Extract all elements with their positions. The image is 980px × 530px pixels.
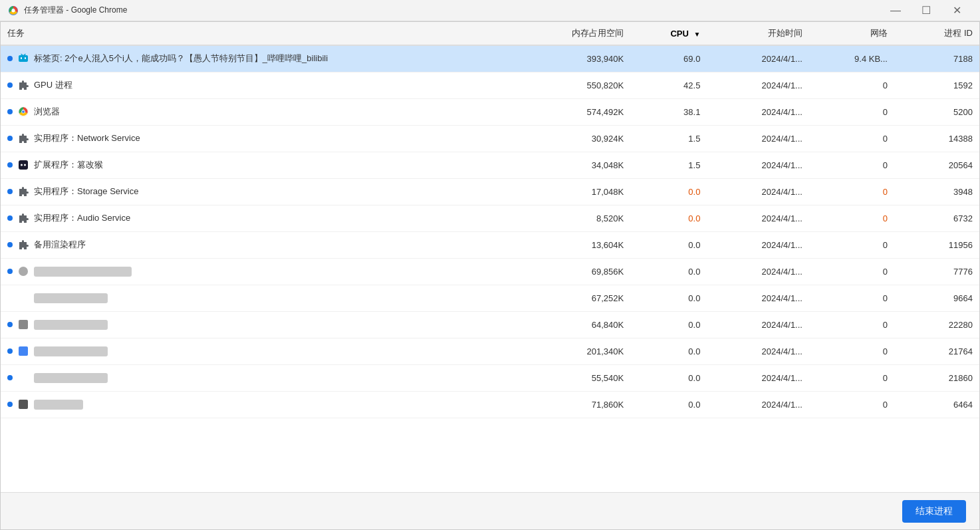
close-button[interactable]: ✕: [941, 0, 972, 21]
process-icon: [18, 319, 29, 330]
col-header-start[interactable]: 开始时间: [707, 22, 809, 45]
process-name: 备用渲染程序: [34, 239, 86, 251]
network-cell: 0: [809, 178, 894, 205]
table-row[interactable]: ████████████64,840K0.02024/4/1...022280: [1, 311, 979, 338]
start-time-cell: 2024/4/1...: [707, 231, 809, 258]
svg-point-13: [21, 164, 23, 166]
svg-rect-5: [21, 57, 22, 59]
network-cell: 0: [809, 258, 894, 285]
task-cell: ████████████: [1, 338, 529, 364]
minimize-button[interactable]: —: [880, 0, 911, 21]
process-icon: [18, 106, 29, 117]
svg-rect-17: [19, 346, 28, 356]
process-icon: [18, 160, 29, 170]
table-row[interactable]: ████████████55,540K0.02024/4/1...021860: [1, 364, 979, 391]
pid-cell: 5200: [894, 98, 979, 125]
network-cell: 0: [809, 98, 894, 125]
process-icon: [18, 293, 29, 303]
cpu-cell: 0.0: [630, 285, 707, 311]
table-row[interactable]: 实用程序：Network Service30,924K1.52024/4/1..…: [1, 125, 979, 152]
table-row[interactable]: ████████████████69,856K0.02024/4/1...077…: [1, 258, 979, 285]
pid-cell: 11956: [894, 231, 979, 258]
maximize-button[interactable]: ☐: [911, 0, 941, 21]
memory-cell: 67,252K: [529, 285, 631, 311]
main-window: 任务 内存占用空间 CPU ▼ 开始时间 网络: [0, 21, 980, 530]
table-row[interactable]: 扩展程序：篡改猴34,048K1.52024/4/1...020564: [1, 152, 979, 178]
start-time-cell: 2024/4/1...: [707, 285, 809, 311]
cpu-cell: 0.0: [630, 338, 707, 364]
svg-rect-6: [25, 57, 26, 59]
start-time-cell: 2024/4/1...: [707, 152, 809, 178]
svg-rect-4: [19, 55, 28, 62]
process-bullet: [7, 136, 13, 141]
pid-cell: 3948: [894, 178, 979, 205]
pid-cell: 22280: [894, 311, 979, 338]
task-cell: 备用渲染程序: [1, 231, 529, 258]
task-cell: ████████████████: [1, 258, 529, 285]
process-bullet: [7, 375, 13, 380]
col-header-cpu[interactable]: CPU ▼: [630, 22, 707, 45]
task-cell: 实用程序：Network Service: [1, 125, 529, 152]
table-row[interactable]: 实用程序：Storage Service17,048K0.02024/4/1..…: [1, 178, 979, 205]
col-header-task[interactable]: 任务: [1, 22, 529, 45]
start-time-cell: 2024/4/1...: [707, 98, 809, 125]
memory-cell: 8,520K: [529, 205, 631, 231]
pid-cell: 6464: [894, 391, 979, 418]
start-time-cell: 2024/4/1...: [707, 45, 809, 72]
col-header-memory[interactable]: 内存占用空间: [529, 22, 631, 45]
cpu-cell: 0.0: [630, 205, 707, 231]
end-process-button[interactable]: 结束进程: [902, 500, 966, 523]
title-bar: 任务管理器 - Google Chrome — ☐ ✕: [0, 0, 980, 21]
network-cell: 9.4 KB...: [809, 45, 894, 72]
table-row[interactable]: 标签页: 2个e人混入5个i人，能成功吗？【愚人节特别节目】_哔哩哔哩_bili…: [1, 45, 979, 72]
table-row[interactable]: 备用渲染程序13,604K0.02024/4/1...011956: [1, 231, 979, 258]
memory-cell: 393,940K: [529, 45, 631, 72]
process-icon: [18, 80, 29, 90]
process-icon: [18, 133, 29, 144]
svg-point-14: [24, 164, 26, 166]
start-time-cell: 2024/4/1...: [707, 125, 809, 152]
process-icon: [18, 266, 29, 277]
process-table-container[interactable]: 任务 内存占用空间 CPU ▼ 开始时间 网络: [1, 22, 979, 492]
memory-cell: 64,840K: [529, 311, 631, 338]
process-name: ████████████: [34, 373, 108, 383]
start-time-cell: 2024/4/1...: [707, 364, 809, 391]
process-name: GPU 进程: [34, 79, 72, 91]
process-bullet: [7, 322, 13, 327]
col-header-pid[interactable]: 进程 ID: [894, 22, 979, 45]
process-icon: [18, 53, 29, 64]
pid-cell: 20564: [894, 152, 979, 178]
col-header-network[interactable]: 网络: [809, 22, 894, 45]
memory-cell: 550,820K: [529, 72, 631, 98]
table-row[interactable]: ████████████67,252K0.02024/4/1...09664: [1, 285, 979, 311]
start-time-cell: 2024/4/1...: [707, 72, 809, 98]
table-row[interactable]: ████████████201,340K0.02024/4/1...021764: [1, 338, 979, 364]
task-cell: ████████████: [1, 285, 529, 311]
process-name: 实用程序：Storage Service: [34, 186, 139, 198]
task-cell: 标签页: 2个e人混入5个i人，能成功吗？【愚人节特别节目】_哔哩哔哩_bili…: [1, 45, 529, 72]
memory-cell: 574,492K: [529, 98, 631, 125]
svg-rect-18: [19, 400, 28, 409]
process-bullet: [7, 56, 13, 61]
process-name: ████████: [34, 400, 83, 410]
table-row[interactable]: GPU 进程550,820K42.52024/4/1...01592: [1, 72, 979, 98]
cpu-cell: 69.0: [630, 45, 707, 72]
start-time-cell: 2024/4/1...: [707, 258, 809, 285]
table-header-row: 任务 内存占用空间 CPU ▼ 开始时间 网络: [1, 22, 979, 45]
start-time-cell: 2024/4/1...: [707, 311, 809, 338]
table-row[interactable]: 浏览器574,492K38.12024/4/1...05200: [1, 98, 979, 125]
network-cell: 0: [809, 205, 894, 231]
task-cell: ████████████: [1, 311, 529, 338]
start-time-cell: 2024/4/1...: [707, 338, 809, 364]
process-name: 实用程序：Network Service: [34, 132, 140, 144]
network-cell: 0: [809, 231, 894, 258]
cpu-cell: 0.0: [630, 258, 707, 285]
memory-cell: 34,048K: [529, 152, 631, 178]
table-row[interactable]: 实用程序：Audio Service8,520K0.02024/4/1...06…: [1, 205, 979, 231]
pid-cell: 9664: [894, 285, 979, 311]
table-row[interactable]: ████████71,860K0.02024/4/1...06464: [1, 391, 979, 418]
memory-cell: 55,540K: [529, 364, 631, 391]
svg-rect-12: [19, 160, 28, 170]
memory-cell: 17,048K: [529, 178, 631, 205]
process-name: 标签页: 2个e人混入5个i人，能成功吗？【愚人节特别节目】_哔哩哔哩_bili…: [34, 53, 328, 65]
